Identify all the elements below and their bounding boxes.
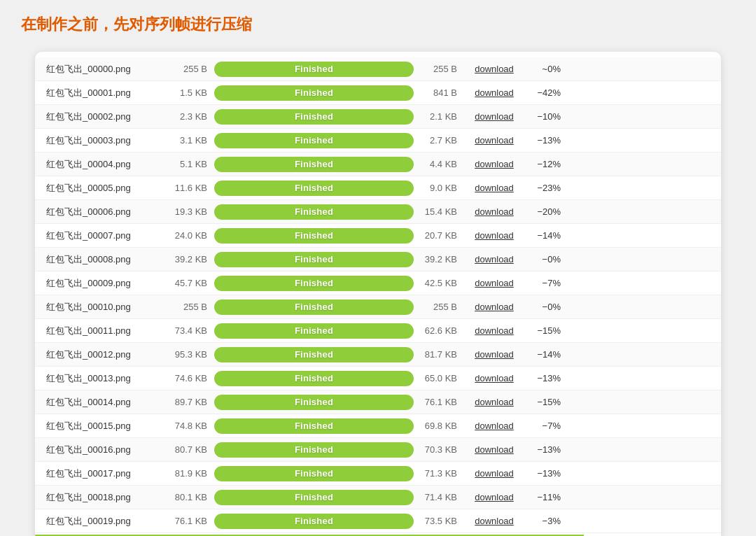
table-row: 红包飞出_00017.png 81.9 KB Finished 71.3 KB … [35,462,721,486]
download-link[interactable]: download [475,230,514,241]
file-name: 红包飞出_00006.png [46,206,169,218]
file-name: 红包飞出_00002.png [46,111,169,123]
file-name: 红包飞出_00010.png [46,301,169,313]
new-size: 81.7 KB [414,349,463,360]
progress-bar: Finished [214,85,414,101]
download-cell[interactable]: download [463,159,526,169]
download-cell[interactable]: download [463,325,526,336]
file-name: 红包飞出_00001.png [46,87,169,99]
progress-label: Finished [295,325,333,336]
progress-bar: Finished [214,466,414,481]
new-size: 9.0 KB [414,183,463,193]
progress-bar: Finished [214,490,414,505]
download-link[interactable]: download [475,397,514,407]
progress-label: Finished [295,468,333,479]
download-cell[interactable]: download [463,349,526,360]
new-size: 2.7 KB [414,135,463,146]
percent: −10% [526,111,561,122]
download-link[interactable]: download [475,111,514,122]
download-cell[interactable]: download [463,111,526,122]
progress-label: Finished [295,230,333,241]
download-link[interactable]: download [475,278,514,288]
download-link[interactable]: download [475,492,514,502]
download-link[interactable]: download [475,183,514,193]
percent: −13% [526,373,561,383]
orig-size: 80.7 KB [169,444,214,455]
progress-label: Finished [295,183,333,193]
download-cell[interactable]: download [463,135,526,146]
orig-size: 74.8 KB [169,421,214,431]
download-link[interactable]: download [475,444,514,455]
download-link[interactable]: download [475,87,514,98]
download-cell[interactable]: download [463,87,526,98]
table-row: 红包飞出_00002.png 2.3 KB Finished 2.1 KB do… [35,105,721,129]
progress-label: Finished [295,516,333,526]
download-link[interactable]: download [475,468,514,479]
download-cell[interactable]: download [463,302,526,312]
download-cell[interactable]: download [463,278,526,288]
download-cell[interactable]: download [463,444,526,455]
table-row: 红包飞出_00010.png 255 B Finished 255 B down… [35,295,721,319]
progress-bar: Finished [214,252,414,267]
progress-bar: Finished [214,181,414,196]
table-row: 红包飞出_00000.png 255 B Finished 255 B down… [35,57,721,81]
download-cell[interactable]: download [463,468,526,479]
new-size: 71.3 KB [414,468,463,479]
orig-size: 11.6 KB [169,183,214,193]
percent: −13% [526,468,561,479]
download-cell[interactable]: download [463,183,526,193]
download-link[interactable]: download [475,135,514,146]
download-link[interactable]: download [475,206,514,217]
orig-size: 2.3 KB [169,111,214,122]
percent: −13% [526,135,561,146]
download-link[interactable]: download [475,349,514,360]
progress-label: Finished [295,278,333,288]
download-link[interactable]: download [475,373,514,383]
progress-bar: Finished [214,395,414,410]
download-link[interactable]: download [475,64,514,74]
table-row: 红包飞出_00015.png 74.8 KB Finished 69.8 KB … [35,414,721,438]
new-size: 4.4 KB [414,159,463,169]
progress-bar: Finished [214,276,414,291]
progress-bar: Finished [214,323,414,339]
download-link[interactable]: download [475,421,514,431]
download-cell[interactable]: download [463,492,526,502]
file-name: 红包飞出_00017.png [46,467,169,480]
file-name: 红包飞出_00004.png [46,158,169,171]
download-cell[interactable]: download [463,373,526,383]
download-cell[interactable]: download [463,64,526,74]
progress-label: Finished [295,302,333,312]
percent: −11% [526,492,561,502]
table-row: 红包飞出_00008.png 39.2 KB Finished 39.2 KB … [35,248,721,271]
progress-bar: Finished [214,204,414,220]
table-row: 红包飞出_00019.png 76.1 KB Finished 73.5 KB … [35,509,721,533]
download-cell[interactable]: download [463,421,526,431]
orig-size: 19.3 KB [169,206,214,217]
percent: −3% [526,516,561,526]
new-size: 73.5 KB [414,516,463,526]
new-size: 255 B [414,302,463,312]
file-name: 红包飞出_00005.png [46,182,169,195]
progress-bar: Finished [214,62,414,77]
download-link[interactable]: download [475,159,514,169]
download-cell[interactable]: download [463,230,526,241]
table-row: 红包飞出_00013.png 74.6 KB Finished 65.0 KB … [35,367,721,390]
table-row: 红包飞出_00009.png 45.7 KB Finished 42.5 KB … [35,271,721,295]
percent: −23% [526,183,561,193]
orig-size: 95.3 KB [169,349,214,360]
percent: −0% [526,302,561,312]
download-link[interactable]: download [475,302,514,312]
download-link[interactable]: download [475,325,514,336]
new-size: 15.4 KB [414,206,463,217]
download-cell[interactable]: download [463,397,526,407]
download-link[interactable]: download [475,516,514,526]
download-cell[interactable]: download [463,206,526,217]
orig-size: 1.5 KB [169,87,214,98]
download-cell[interactable]: download [463,254,526,265]
table-row: 红包飞出_00003.png 3.1 KB Finished 2.7 KB do… [35,129,721,153]
percent: −42% [526,87,561,98]
download-link[interactable]: download [475,254,514,265]
new-size: 255 B [414,64,463,74]
download-cell[interactable]: download [463,516,526,526]
new-size: 62.6 KB [414,325,463,336]
